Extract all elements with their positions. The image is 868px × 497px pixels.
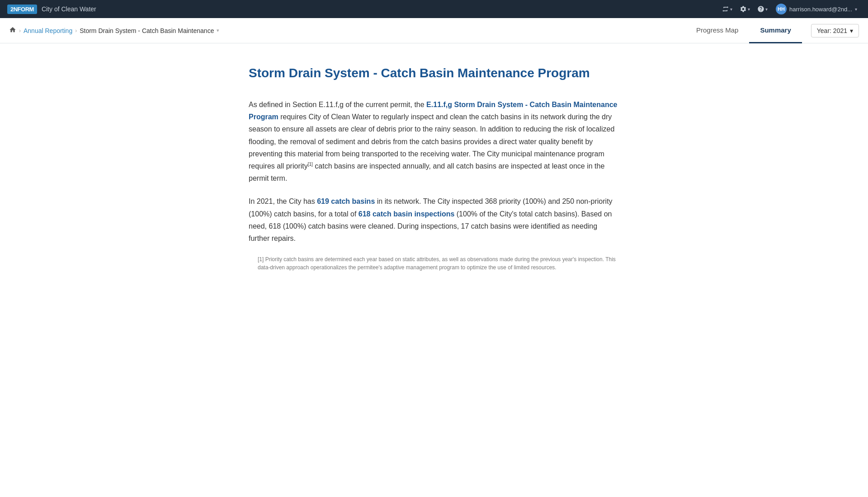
user-chevron: ▾ [855, 7, 857, 12]
para2-pre: In 2021, the City has [249, 197, 317, 205]
tabs: Progress Map Summary [685, 18, 802, 43]
year-chevron: ▾ [850, 27, 853, 34]
user-menu[interactable]: HH harrison.howard@2nd... ▾ [772, 2, 861, 16]
user-email: harrison.howard@2nd... [789, 6, 852, 13]
home-link[interactable] [9, 26, 16, 35]
help-icon-group[interactable]: ▾ [755, 4, 770, 14]
paragraph-2: In 2021, the City has 619 catch basins i… [249, 195, 619, 244]
transfer-icon [722, 5, 729, 13]
breadcrumb: › Annual Reporting › Storm Drain System … [9, 26, 219, 35]
breadcrumb-current-page: Storm Drain System - Catch Basin Mainten… [80, 27, 219, 34]
settings-icon-group[interactable]: ▾ [737, 4, 753, 14]
top-nav-right: ▾ ▾ ▾ HH harrison.howard@2nd... ▾ [719, 2, 861, 16]
avatar: HH [776, 4, 787, 14]
home-icon [9, 26, 16, 33]
transfer-icon-group[interactable]: ▾ [719, 4, 735, 14]
catch-basins-count-link[interactable]: 619 catch basins [317, 197, 375, 205]
para1-pre: As defined in Section E.11.f,g of the cu… [249, 101, 426, 108]
transfer-chevron: ▾ [730, 7, 732, 12]
sub-navbar: › Annual Reporting › Storm Drain System … [0, 18, 868, 43]
help-icon [757, 5, 764, 13]
tabs-and-year: Progress Map Summary Year: 2021 ▾ [685, 18, 859, 43]
year-label: Year: 2021 [817, 27, 847, 34]
main-content: Storm Drain System - Catch Basin Mainten… [231, 43, 637, 299]
catch-basin-inspections-link[interactable]: 618 catch basin inspections [359, 210, 455, 218]
help-chevron: ▾ [765, 7, 768, 12]
logo[interactable]: 2NFORM [7, 5, 37, 14]
breadcrumb-dropdown-chevron[interactable]: ▾ [217, 28, 219, 33]
footnote-ref-1: [1] [308, 162, 313, 167]
gear-icon [740, 5, 747, 13]
year-selector[interactable]: Year: 2021 ▾ [811, 24, 859, 38]
top-nav-left: 2NFORM City of Clean Water [7, 5, 96, 14]
paragraph-1: As defined in Section E.11.f,g of the cu… [249, 98, 619, 184]
footnote-1: [1] Priority catch basins are determined… [249, 255, 619, 272]
settings-chevron: ▾ [748, 7, 750, 12]
org-name: City of Clean Water [42, 5, 96, 13]
tab-progress-map[interactable]: Progress Map [685, 18, 749, 43]
page-title: Storm Drain System - Catch Basin Mainten… [249, 66, 619, 80]
breadcrumb-sep-1: › [19, 28, 21, 34]
tab-summary[interactable]: Summary [749, 18, 802, 43]
breadcrumb-annual-reporting[interactable]: Annual Reporting [24, 27, 72, 34]
top-navbar: 2NFORM City of Clean Water ▾ ▾ ▾ HH [0, 0, 868, 18]
para1-post: requires City of Clean Water to regularl… [249, 113, 614, 170]
breadcrumb-sep-2: › [75, 28, 77, 34]
